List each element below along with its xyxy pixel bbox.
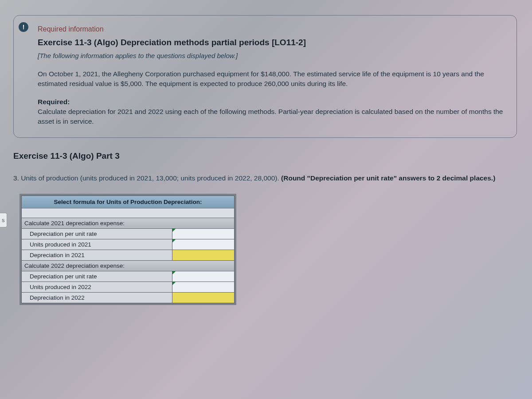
output-dep-2021 <box>172 250 235 260</box>
required-label: Required: <box>38 98 504 106</box>
question-text: 3. Units of production (units produced i… <box>13 173 523 183</box>
formula-input[interactable] <box>22 208 235 218</box>
question-number: 3. <box>13 174 21 182</box>
answer-table: Select formula for Units of Production D… <box>20 194 236 305</box>
exercise-title: Exercise 11-3 (Algo) Depreciation method… <box>38 38 504 47</box>
row-label-units-2021: Units produced in 2021 <box>22 239 172 250</box>
required-heading: Required information <box>38 25 504 33</box>
input-units-2022[interactable] <box>172 282 235 292</box>
row-label-rate-2022: Depreciation per unit rate <box>22 271 172 282</box>
info-icon: ! <box>19 22 28 32</box>
input-units-2021[interactable] <box>172 239 235 250</box>
formula-header: Select formula for Units of Production D… <box>22 196 235 208</box>
input-rate-2021[interactable] <box>172 228 235 239</box>
row-label-dep-2021: Depreciation in 2021 <box>22 250 172 260</box>
round-note: (Round "Depreciation per unit rate" answ… <box>281 174 495 182</box>
required-body: Calculate depreciation for 2021 and 2022… <box>38 107 504 127</box>
row-label-dep-2022: Depreciation in 2022 <box>22 292 172 303</box>
required-information-panel: Required information Exercise 11-3 (Algo… <box>13 15 517 138</box>
row-label-rate-2021: Depreciation per unit rate <box>22 228 172 239</box>
section-2021-header: Calculate 2021 depreciation expense: <box>22 218 235 228</box>
output-dep-2022 <box>172 292 235 303</box>
question-body: Units of production (units produced in 2… <box>21 174 281 182</box>
input-rate-2022[interactable] <box>172 271 235 282</box>
side-tab[interactable]: s <box>0 213 7 227</box>
row-label-units-2022: Units produced in 2022 <box>22 282 172 292</box>
section-2022-header: Calculate 2022 depreciation expense: <box>22 260 235 271</box>
part-title: Exercise 11-3 (Algo) Part 3 <box>13 151 523 161</box>
instruction-text: [The following information applies to th… <box>38 52 504 59</box>
problem-body: On October 1, 2021, the Allegheny Corpor… <box>38 69 504 89</box>
